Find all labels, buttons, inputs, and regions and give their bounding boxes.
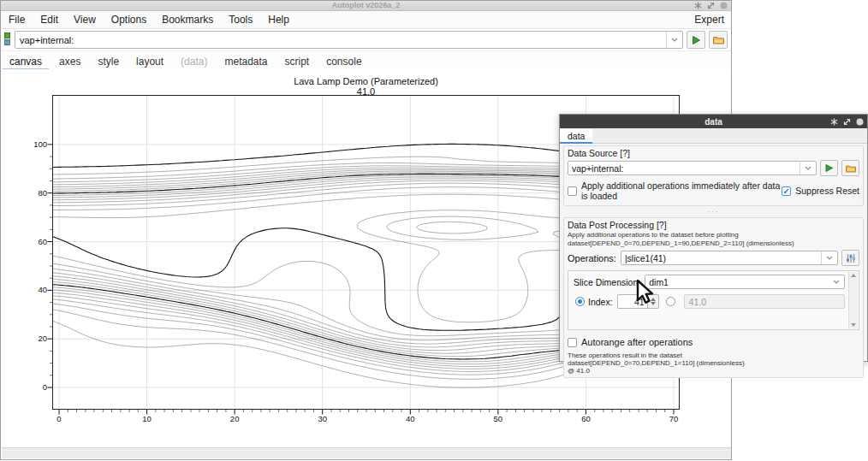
slice-dimension-dropdown-button[interactable] <box>829 275 844 288</box>
suppress-reset-label: Suppress Reset <box>795 186 859 196</box>
menu-file[interactable]: File <box>1 14 33 26</box>
play-icon <box>824 163 834 173</box>
x-tick-label: 0 <box>48 414 70 423</box>
tab-axes[interactable]: axes <box>51 53 89 71</box>
data-source-value[interactable]: vap+internal: <box>568 163 800 174</box>
go-plot-button[interactable] <box>687 31 705 49</box>
x-tick-label: 30 <box>312 414 334 423</box>
scroll-down-icon[interactable] <box>851 323 856 327</box>
suppress-reset-checkbox[interactable]: ✓ <box>782 186 791 196</box>
dialog-tab-data[interactable]: data <box>560 129 592 143</box>
y-tick-label: 40 <box>20 285 47 294</box>
dialog-tab-bar: data <box>560 128 867 144</box>
operations-input[interactable]: |slice1(41) <box>621 251 838 265</box>
autorange-label: Autorange after operations <box>581 337 693 347</box>
apply-operations-label: Apply additional operations immediately … <box>581 180 782 201</box>
play-icon <box>691 35 701 45</box>
tab-metadata[interactable]: metadata <box>216 53 276 71</box>
close-icon[interactable] <box>856 118 864 126</box>
plot-title: Lava Lamp Demo (Parameterized) <box>138 76 594 86</box>
value-radio[interactable] <box>666 297 675 306</box>
index-label: Index: <box>588 297 613 307</box>
tab-canvas[interactable]: canvas <box>1 53 51 71</box>
dialog-open-file-button[interactable] <box>841 160 859 176</box>
address-row: vap+internal: <box>1 29 731 51</box>
datasource-status-icon <box>4 33 12 48</box>
data-source-label: Data Source [?] <box>564 146 863 158</box>
open-local-file-button[interactable] <box>709 31 728 49</box>
data-source-input[interactable]: vap+internal: <box>568 161 817 175</box>
data-dialog: data data Data Source [?] vap+internal: <box>559 114 868 362</box>
dialog-titlebar[interactable]: data <box>560 115 867 128</box>
chevron-down-icon <box>833 280 840 284</box>
result-hint: These operations result in the dataset <box>564 352 863 359</box>
uri-dropdown-button[interactable] <box>666 32 682 48</box>
slice-dimension-label: Slice Dimension: <box>574 277 640 287</box>
dialog-body: Data Source [?] vap+internal: Apply addi… <box>560 143 867 361</box>
y-tick-label: 0 <box>20 382 47 392</box>
operations-value[interactable]: |slice1(41) <box>621 253 821 263</box>
menu-options[interactable]: Options <box>104 14 154 26</box>
post-processing-label: Data Post Processing [?] <box>564 218 863 230</box>
uri-value[interactable]: vap+internal: <box>15 35 666 45</box>
y-tick-label: 20 <box>20 334 47 343</box>
tab-layout[interactable]: layout <box>128 53 172 71</box>
collapse-handle[interactable]: ··· <box>708 210 720 215</box>
mouse-cursor <box>634 279 657 306</box>
x-tick-label: 50 <box>487 414 509 423</box>
post-processing-hint: Apply additional operations to the datas… <box>564 230 863 239</box>
apply-operations-checkbox[interactable] <box>568 186 577 196</box>
chevron-down-icon <box>671 38 678 42</box>
dialog-title: data <box>705 117 722 127</box>
index-radio[interactable] <box>575 297 585 306</box>
tab-console[interactable]: console <box>318 53 370 71</box>
x-tick-label: 70 <box>663 414 685 423</box>
sticky-pin-icon[interactable] <box>830 118 838 126</box>
data-source-dropdown-button[interactable] <box>800 162 816 174</box>
menu-tools[interactable]: Tools <box>221 14 260 26</box>
x-tick-label: 40 <box>399 414 421 423</box>
tab-data[interactable]: (data) <box>172 53 216 71</box>
chevron-down-icon <box>826 256 833 260</box>
menu-bookmarks[interactable]: Bookmarks <box>154 14 221 26</box>
menu-edit[interactable]: Edit <box>33 14 66 26</box>
x-tick-label: 60 <box>574 414 597 423</box>
autorange-checkbox[interactable] <box>568 338 577 347</box>
y-tick-label: 80 <box>20 188 47 198</box>
post-processing-frame: Data Post Processing [?] Apply additiona… <box>563 217 864 378</box>
menu-view[interactable]: View <box>66 14 104 26</box>
y-tick-label: 100 <box>20 139 47 149</box>
maximize-icon[interactable] <box>843 118 851 126</box>
slice-dimension-select[interactable]: dim1 <box>645 275 845 289</box>
operations-label: Operations: <box>568 253 616 263</box>
tab-script[interactable]: script <box>276 53 318 71</box>
tab-style[interactable]: style <box>89 53 128 71</box>
result-dataset: dataset[DEPEND_0=70,DEPEND_1=110] (dimen… <box>564 359 863 367</box>
operations-editor-button[interactable] <box>841 250 859 266</box>
folder-icon <box>846 164 856 173</box>
window-titlebar[interactable]: Autoplot v2026a_2 <box>1 1 731 11</box>
data-source-frame: Data Source [?] vap+internal: Apply addi… <box>563 145 864 206</box>
folder-icon <box>713 35 724 44</box>
slice-dimension-value[interactable]: dim1 <box>645 277 829 287</box>
chevron-down-icon <box>805 166 812 170</box>
filters-icon <box>846 253 856 263</box>
value-field-disabled: 41.0 <box>684 294 845 309</box>
operations-dropdown-button[interactable] <box>821 251 837 264</box>
status-bar <box>2 447 731 458</box>
uri-input[interactable]: vap+internal: <box>15 31 683 49</box>
scroll-up-icon[interactable] <box>851 274 856 277</box>
sticky-pin-icon[interactable] <box>694 2 702 9</box>
x-tick-label: 20 <box>223 414 246 423</box>
menu-bar: File Edit View Options Bookmarks Tools H… <box>1 11 731 29</box>
expert-mode-label: Expert <box>694 14 724 26</box>
y-tick-label: 60 <box>20 237 47 246</box>
dialog-go-button[interactable] <box>820 160 838 176</box>
panel-scrollbar[interactable] <box>848 272 858 328</box>
result-at-value: @ 41.0 <box>564 367 863 375</box>
maximize-icon[interactable] <box>707 2 715 9</box>
slice-editor-panel: Slice Dimension: dim1 Index: 41 <box>568 270 859 330</box>
menu-help[interactable]: Help <box>260 14 297 26</box>
close-icon[interactable] <box>720 2 728 9</box>
input-dataset-text: dataset[DEPEND_0=70,DEPEND_1=90,DEPEND_2… <box>564 239 863 247</box>
